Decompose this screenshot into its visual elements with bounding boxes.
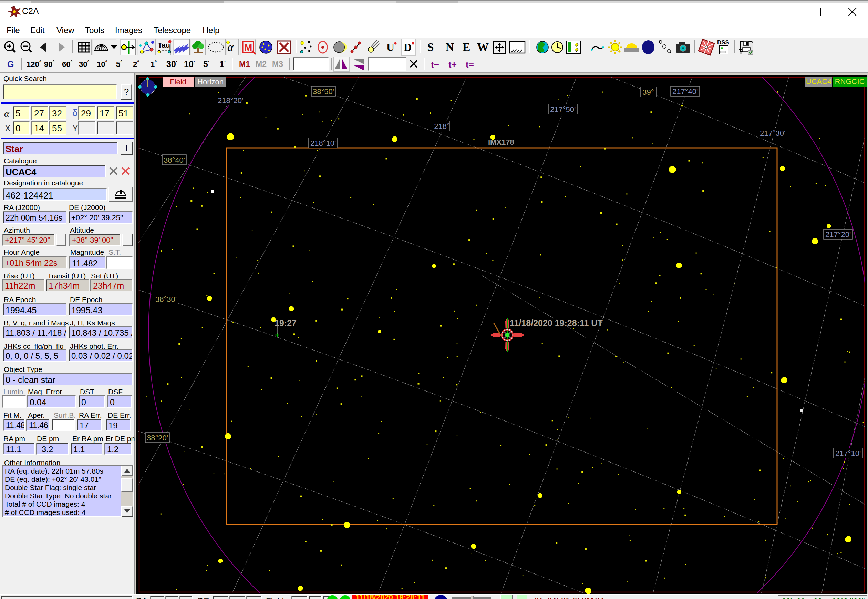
svg-text:U: U — [386, 41, 394, 53]
svg-text:38°30': 38°30' — [155, 295, 177, 304]
svg-text:217°50': 217°50' — [550, 105, 575, 114]
svg-text:38°40': 38°40' — [164, 156, 185, 164]
svg-text:W: W — [477, 41, 489, 53]
svg-text:217°40': 217°40' — [672, 87, 698, 96]
svg-text:Field: Field — [170, 78, 186, 86]
svg-text:38°20': 38°20' — [147, 433, 168, 442]
svg-text:UCAC4: UCAC4 — [806, 77, 832, 86]
svg-text:Horizon: Horizon — [197, 78, 224, 86]
svg-text:218°10': 218°10' — [310, 139, 336, 147]
svg-text:38°50': 38°50' — [313, 87, 334, 96]
svg-text:218°20': 218°20' — [218, 96, 243, 105]
svg-text:11/18/2020 19:28:11 UT: 11/18/2020 19:28:11 UT — [510, 318, 603, 328]
svg-text:217°10': 217°10' — [835, 449, 861, 458]
svg-text:Tau: Tau — [158, 41, 170, 49]
svg-text:217°30': 217°30' — [760, 129, 785, 137]
svg-text:M: M — [244, 42, 252, 53]
svg-text:39°: 39° — [643, 88, 654, 96]
svg-text:217°20': 217°20' — [825, 230, 851, 239]
svg-text:D: D — [404, 41, 411, 53]
svg-text:DSS: DSS — [717, 39, 729, 46]
svg-text:S: S — [428, 41, 434, 53]
svg-text:N: N — [446, 41, 454, 53]
svg-text:IMX178: IMX178 — [488, 138, 514, 146]
svg-text:218°: 218° — [434, 122, 450, 131]
svg-text:RNGCIC: RNGCIC — [835, 77, 865, 86]
svg-text:E: E — [463, 41, 470, 53]
svg-text:19:27: 19:27 — [275, 318, 297, 328]
